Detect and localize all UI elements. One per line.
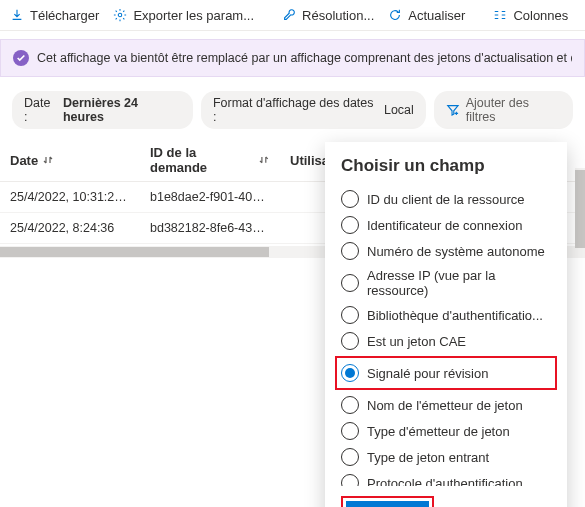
field-option[interactable]: Bibliothèque d'authentificatio... <box>341 302 551 328</box>
field-option[interactable]: Identificateur de connexion <box>341 212 551 238</box>
download-icon <box>10 8 24 22</box>
field-option-label: Identificateur de connexion <box>367 218 522 233</box>
banner-text: Cet affichage va bientôt être remplacé p… <box>37 51 572 65</box>
scrollbar-thumb[interactable] <box>0 247 269 257</box>
wrench-icon <box>282 8 296 22</box>
sort-icon <box>258 154 270 166</box>
filter-bar: Date : Dernières 24 heures Format d'affi… <box>0 77 585 139</box>
radio-icon <box>341 306 359 324</box>
filter-date[interactable]: Date : Dernières 24 heures <box>12 91 193 129</box>
field-options-list: ID du client de la ressourceIdentificate… <box>325 186 567 486</box>
field-option-label: Type de jeton entrant <box>367 450 489 465</box>
toolbar: Télécharger Exporter les param... Résolu… <box>0 0 585 31</box>
cell-id: bd382182-8fe6-434f... <box>140 221 280 235</box>
field-option-label: Numéro de système autonome <box>367 244 545 259</box>
filter-format[interactable]: Format d'affichage des dates : Local <box>201 91 426 129</box>
check-badge-icon <box>13 50 29 66</box>
gear-icon <box>113 8 127 22</box>
radio-icon <box>341 216 359 234</box>
radio-icon <box>341 448 359 466</box>
cell-date: 25/4/2022, 8:24:36 <box>0 221 140 235</box>
apply-highlight: Appliquer <box>341 496 434 507</box>
toolbar-resolution-label: Résolution... <box>302 8 374 23</box>
filter-format-value: Local <box>384 103 414 117</box>
field-option[interactable]: Nom de l'émetteur de jeton <box>341 392 551 418</box>
refresh-icon <box>388 8 402 22</box>
field-option[interactable]: Type de jeton entrant <box>341 444 551 470</box>
col-header-date-label: Date <box>10 153 38 168</box>
field-option[interactable]: Adresse IP (vue par la ressource) <box>341 264 551 302</box>
toolbar-refresh[interactable]: Actualiser <box>388 8 465 23</box>
toolbar-download-label: Télécharger <box>30 8 99 23</box>
filter-date-label: Date : <box>24 96 57 124</box>
field-option[interactable]: Type d'émetteur de jeton <box>341 418 551 444</box>
add-filter-label: Ajouter des filtres <box>466 96 561 124</box>
columns-icon <box>493 8 507 22</box>
radio-icon <box>341 190 359 208</box>
popover-title: Choisir un champ <box>325 156 567 186</box>
field-option-label: Est un jeton CAE <box>367 334 466 349</box>
filter-format-label: Format d'affichage des dates : <box>213 96 378 124</box>
col-header-id-label: ID de la demande <box>150 145 254 175</box>
field-option[interactable]: Est un jeton CAE <box>341 328 551 354</box>
radio-icon <box>341 364 359 382</box>
radio-icon <box>341 332 359 350</box>
cell-id: b1e8dae2-f901-40c2... <box>140 190 280 204</box>
radio-icon <box>341 274 359 292</box>
field-option-label: ID du client de la ressource <box>367 192 525 207</box>
info-banner: Cet affichage va bientôt être remplacé p… <box>0 39 585 77</box>
field-option[interactable]: Numéro de système autonome <box>341 238 551 264</box>
field-option-label: Protocole d'authentification <box>367 476 523 487</box>
toolbar-columns[interactable]: Colonnes <box>493 8 568 23</box>
radio-icon <box>341 242 359 260</box>
sort-icon <box>42 154 54 166</box>
radio-icon <box>341 474 359 486</box>
field-picker-popover: Choisir un champ ID du client de la ress… <box>325 142 567 507</box>
vertical-scrollbar[interactable] <box>575 168 585 250</box>
toolbar-resolution[interactable]: Résolution... <box>282 8 374 23</box>
cell-date: 25/4/2022, 10:31:20 ... <box>0 190 140 204</box>
radio-icon <box>341 396 359 414</box>
field-option-label: Nom de l'émetteur de jeton <box>367 398 523 413</box>
field-option-label: Signalé pour révision <box>367 366 488 381</box>
field-option[interactable]: Protocole d'authentification <box>341 470 551 486</box>
apply-button[interactable]: Appliquer <box>346 501 429 507</box>
field-option-label: Adresse IP (vue par la ressource) <box>367 268 551 298</box>
toolbar-export-label: Exporter les param... <box>133 8 254 23</box>
toolbar-columns-label: Colonnes <box>513 8 568 23</box>
filter-date-value: Dernières 24 heures <box>63 96 181 124</box>
col-header-id[interactable]: ID de la demande <box>140 145 280 175</box>
field-option-label: Bibliothèque d'authentificatio... <box>367 308 543 323</box>
field-option[interactable]: ID du client de la ressource <box>341 186 551 212</box>
toolbar-download[interactable]: Télécharger <box>10 8 99 23</box>
add-filter-button[interactable]: Ajouter des filtres <box>434 91 573 129</box>
toolbar-export[interactable]: Exporter les param... <box>113 8 254 23</box>
field-option[interactable]: Signalé pour révision <box>341 360 551 386</box>
selected-highlight: Signalé pour révision <box>335 356 557 390</box>
toolbar-refresh-label: Actualiser <box>408 8 465 23</box>
radio-icon <box>341 422 359 440</box>
col-header-date[interactable]: Date <box>0 145 140 175</box>
scrollbar-thumb[interactable] <box>575 170 585 248</box>
filter-add-icon <box>446 103 460 117</box>
svg-point-0 <box>119 13 123 17</box>
field-option-label: Type d'émetteur de jeton <box>367 424 510 439</box>
